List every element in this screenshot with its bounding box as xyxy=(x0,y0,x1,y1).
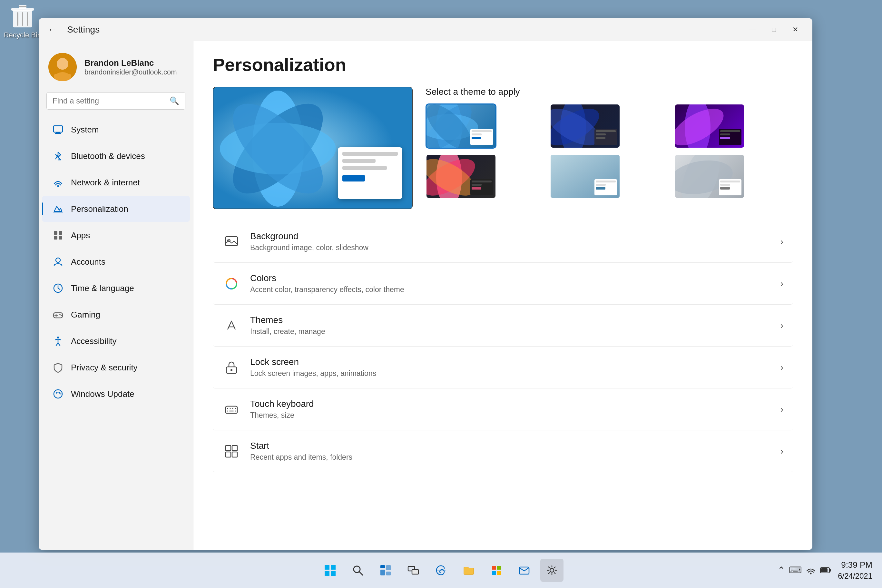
settings-item-themes[interactable]: Themes Install, create, manage › xyxy=(213,304,793,346)
theme-card-capture[interactable] xyxy=(550,154,621,199)
right-panel: Personalization xyxy=(194,41,812,550)
user-profile[interactable]: Brandon LeBlanc brandoninsider@outlook.c… xyxy=(39,48,193,89)
svg-rect-80 xyxy=(412,570,418,574)
sidebar-nav: System Bluetooth & devices N xyxy=(39,116,193,408)
taskbar-explorer[interactable] xyxy=(457,559,480,582)
network-icon xyxy=(52,176,64,189)
recycle-bin-label: Recycle Bin xyxy=(4,31,41,39)
main-content: Brandon LeBlanc brandoninsider@outlook.c… xyxy=(39,41,812,550)
taskbar-edge[interactable] xyxy=(429,559,453,582)
theme-section: Select a theme to apply xyxy=(213,87,793,209)
themes-title: Themes xyxy=(250,315,780,325)
sidebar-item-apps-label: Apps xyxy=(71,231,90,240)
sidebar-item-gaming[interactable]: Gaming xyxy=(42,302,190,327)
colors-icon xyxy=(222,274,240,293)
search-input[interactable] xyxy=(52,96,166,105)
personalization-icon xyxy=(52,202,64,215)
taskbar-icons xyxy=(318,559,564,582)
accessibility-icon xyxy=(52,334,64,348)
svg-point-7 xyxy=(57,58,68,70)
privacy-icon xyxy=(52,361,64,374)
bluetooth-icon xyxy=(52,150,64,162)
minimize-button[interactable]: — xyxy=(742,22,764,38)
theme-card-light[interactable] xyxy=(426,104,496,148)
window-controls: — □ ✕ xyxy=(742,22,806,38)
settings-item-start[interactable]: Start Recent apps and items, folders › xyxy=(213,430,793,472)
background-icon xyxy=(222,233,240,251)
title-bar: ← Settings — □ ✕ xyxy=(39,18,812,41)
recycle-bin[interactable]: Recycle Bin xyxy=(3,3,42,39)
keyboard-icon: ⌨ xyxy=(789,565,802,575)
start-title: Start xyxy=(250,441,780,451)
svg-rect-78 xyxy=(386,572,391,575)
settings-item-colors[interactable]: Colors Accent color, transparency effect… xyxy=(213,263,793,304)
svg-rect-10 xyxy=(54,126,63,132)
svg-rect-89 xyxy=(821,568,828,572)
svg-rect-69 xyxy=(325,565,330,570)
taskbar-multitask[interactable] xyxy=(402,559,425,582)
time-icon xyxy=(52,282,64,295)
maximize-button[interactable]: □ xyxy=(764,22,784,38)
svg-rect-82 xyxy=(497,566,501,570)
svg-point-56 xyxy=(231,369,232,371)
clock-date: 6/24/2021 xyxy=(838,571,872,582)
user-email: brandoninsider@outlook.com xyxy=(84,68,177,76)
theme-card-glow[interactable] xyxy=(674,104,745,148)
sidebar-item-system[interactable]: System xyxy=(42,117,190,142)
svg-rect-68 xyxy=(232,452,237,457)
settings-item-touchkeyboard[interactable]: Touch keyboard Themes, size › xyxy=(213,388,793,430)
svg-line-74 xyxy=(360,572,363,575)
svg-rect-51 xyxy=(225,237,238,246)
svg-rect-57 xyxy=(226,406,237,413)
sidebar-item-bluetooth[interactable]: Bluetooth & devices xyxy=(42,143,190,169)
colors-chevron: › xyxy=(780,279,783,289)
sidebar-item-personalization-label: Personalization xyxy=(71,204,128,214)
svg-rect-17 xyxy=(58,236,62,240)
touchkeyboard-title: Touch keyboard xyxy=(250,399,780,409)
taskbar-sys-tray[interactable]: ⌃ ⌨ xyxy=(777,565,831,575)
themes-icon xyxy=(222,316,240,334)
svg-rect-90 xyxy=(830,569,831,572)
taskbar-widgets[interactable] xyxy=(374,559,397,582)
svg-rect-72 xyxy=(331,571,336,576)
svg-rect-75 xyxy=(380,565,385,568)
settings-item-background[interactable]: Background Background image, color, slid… xyxy=(213,221,793,263)
sidebar-item-apps[interactable]: Apps xyxy=(42,222,190,248)
theme-card-bloom[interactable] xyxy=(426,154,496,199)
svg-rect-12 xyxy=(55,133,61,134)
taskbar-clock[interactable]: 9:39 PM 6/24/2021 xyxy=(838,559,872,582)
svg-point-18 xyxy=(56,258,60,262)
start-button[interactable] xyxy=(318,559,342,582)
system-tray-expand[interactable]: ⌃ xyxy=(777,565,785,575)
svg-rect-71 xyxy=(325,571,330,576)
theme-preview xyxy=(213,87,412,209)
sidebar-item-accounts[interactable]: Accounts xyxy=(42,249,190,274)
settings-item-lockscreen[interactable]: Lock screen Lock screen images, apps, an… xyxy=(213,346,793,388)
sidebar-item-time[interactable]: Time & language xyxy=(42,275,190,301)
svg-rect-77 xyxy=(380,570,385,575)
taskbar-store[interactable] xyxy=(485,559,508,582)
theme-preview-btn xyxy=(342,175,365,182)
sidebar-item-network[interactable]: Network & internet xyxy=(42,170,190,195)
svg-rect-84 xyxy=(497,571,501,575)
theme-card-dark[interactable] xyxy=(550,104,621,148)
svg-rect-66 xyxy=(232,446,237,451)
touchkeyboard-chevron: › xyxy=(780,404,783,415)
back-button[interactable]: ← xyxy=(45,22,59,38)
avatar-image xyxy=(48,53,77,81)
sidebar-item-accessibility[interactable]: Accessibility xyxy=(42,328,190,354)
close-button[interactable]: ✕ xyxy=(784,22,806,38)
sidebar-item-update[interactable]: Windows Update xyxy=(42,381,190,407)
sidebar-item-personalization[interactable]: Personalization xyxy=(42,196,190,222)
colors-title: Colors xyxy=(250,273,780,284)
sidebar-item-accounts-label: Accounts xyxy=(71,257,105,267)
lockscreen-chevron: › xyxy=(780,362,783,373)
taskbar-settings[interactable] xyxy=(540,559,564,582)
avatar xyxy=(48,53,77,81)
taskbar-mail[interactable] xyxy=(513,559,536,582)
update-icon xyxy=(52,387,64,400)
taskbar-search[interactable] xyxy=(346,559,369,582)
sidebar-item-privacy[interactable]: Privacy & security xyxy=(42,355,190,380)
svg-rect-83 xyxy=(492,571,496,575)
theme-card-flow[interactable] xyxy=(674,154,745,199)
